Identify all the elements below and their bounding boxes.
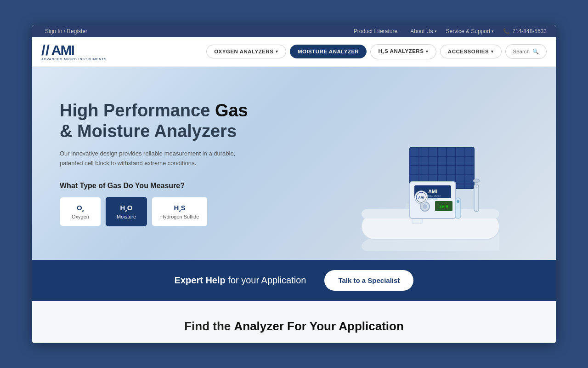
- h2s-analyzers-label: H2S ANALYZERS: [378, 48, 424, 55]
- product-literature-link[interactable]: Product Literature: [354, 28, 397, 34]
- h2s-name: Hydrogen Sulfide: [160, 214, 199, 219]
- accessories-label: ACCESSORIES: [448, 49, 489, 54]
- browser-frame: Sign In / Register Product Literature Ab…: [32, 25, 556, 343]
- expert-banner: Expert Help for your Application Talk to…: [32, 260, 556, 301]
- nav-oxygen-analyzers[interactable]: OXYGEN ANALYZERS ▾: [206, 45, 286, 58]
- oxygen-analyzers-label: OXYGEN ANALYZERS: [214, 49, 273, 54]
- logo-slash: //: [41, 43, 50, 58]
- talk-to-specialist-button[interactable]: Talk to a Specialist: [324, 270, 413, 291]
- logo-area[interactable]: // AMI Advanced Micro Instruments: [41, 43, 107, 61]
- hero-image: AMI MODEL 2520R OXYGEN 20.9 AMI: [268, 67, 556, 260]
- svg-rect-34: [457, 200, 459, 203]
- nav-moisture-analyzer[interactable]: MOISTURE ANALYZER: [290, 45, 367, 58]
- svg-text:AMI: AMI: [428, 189, 437, 194]
- phone-display: 📞 714-848-5533: [503, 28, 547, 34]
- logo-letters: AMI: [51, 43, 74, 57]
- gas-question: What Type of Gas Do You Measure?: [60, 182, 289, 190]
- gas-buttons-group: O2 Oxygen H2O Moisture H2S Hydrogen Sulf…: [60, 197, 289, 226]
- signin-link[interactable]: Sign In / Register: [45, 28, 87, 34]
- search-label: Search: [513, 49, 530, 54]
- service-support-label: Service & Support: [446, 28, 491, 34]
- logo-subtitle: Advanced Micro Instruments: [41, 58, 107, 61]
- search-icon: 🔍: [532, 48, 539, 55]
- nav-links: OXYGEN ANALYZERS ▾ MOISTURE ANALYZER H2S…: [206, 44, 547, 59]
- hero-title-gas: Gas: [215, 101, 248, 120]
- hero-title: High Performance Gas & Moisture Analyzer…: [60, 100, 289, 142]
- about-us-label: About Us: [410, 28, 433, 34]
- nav-h2s-analyzers[interactable]: H2S ANALYZERS ▾: [370, 44, 436, 59]
- svg-text:OXYGEN: OXYGEN: [428, 198, 438, 201]
- moisture-analyzer-label: MOISTURE ANALYZER: [298, 49, 359, 54]
- h2s-chevron-icon: ▾: [426, 49, 429, 54]
- hero-content: High Performance Gas & Moisture Analyzer…: [60, 100, 289, 227]
- accessories-chevron-icon: ▾: [491, 49, 494, 54]
- svg-point-26: [423, 204, 427, 209]
- expert-text: Expert Help for your Application: [175, 275, 306, 286]
- topbar-right: Product Literature About Us ▾ Service & …: [350, 28, 547, 34]
- nav-accessories[interactable]: ACCESSORIES ▾: [440, 45, 502, 58]
- hero-subtitle: Our innovative design provides reliable …: [60, 149, 253, 168]
- find-title-bold: Analyzer For Your Application: [234, 319, 403, 333]
- gas-btn-h2s[interactable]: H2S Hydrogen Sulfide: [152, 197, 208, 226]
- moisture-formula: H2O: [114, 204, 138, 213]
- expert-bold-text: Expert Help: [175, 275, 226, 285]
- about-us-menu[interactable]: About Us ▾: [410, 28, 436, 34]
- find-title-normal: Find the: [184, 319, 234, 333]
- oxygen-chevron-icon: ▾: [276, 49, 278, 54]
- service-support-menu[interactable]: Service & Support ▾: [446, 28, 494, 34]
- hero-section: AMI MODEL 2520R OXYGEN 20.9 AMI: [32, 67, 556, 260]
- instrument-illustration: AMI MODEL 2520R OXYGEN 20.9 AMI: [325, 76, 499, 251]
- oxygen-name: Oxygen: [68, 214, 92, 219]
- h2s-formula: H2S: [160, 204, 199, 213]
- top-bar: Sign In / Register Product Literature Ab…: [32, 25, 556, 37]
- phone-icon: 📞: [503, 28, 510, 34]
- gas-btn-moisture[interactable]: H2O Moisture: [106, 197, 147, 226]
- find-title: Find the Analyzer For Your Application: [41, 319, 547, 334]
- service-support-chevron-icon: ▾: [492, 29, 494, 34]
- about-us-chevron-icon: ▾: [435, 29, 437, 34]
- search-button[interactable]: Search 🔍: [505, 44, 547, 59]
- hero-title-line2: & Moisture Analyzers: [60, 121, 237, 141]
- svg-text:AMI: AMI: [418, 196, 424, 199]
- gas-btn-oxygen[interactable]: O2 Oxygen: [60, 197, 101, 226]
- phone-number: 714-848-5533: [512, 28, 547, 34]
- svg-text:20.9: 20.9: [439, 205, 448, 209]
- expert-normal-text: for your Application: [226, 275, 306, 285]
- oxygen-formula: O2: [68, 204, 92, 213]
- hero-title-line1: High Performance Gas: [60, 101, 248, 120]
- topbar-left: Sign In / Register: [41, 28, 91, 34]
- nav-bar: // AMI Advanced Micro Instruments OXYGEN…: [32, 37, 556, 67]
- find-section: Find the Analyzer For Your Application: [32, 301, 556, 343]
- moisture-name: Moisture: [114, 214, 138, 219]
- svg-point-32: [473, 179, 480, 183]
- logo-main: // AMI: [41, 43, 74, 58]
